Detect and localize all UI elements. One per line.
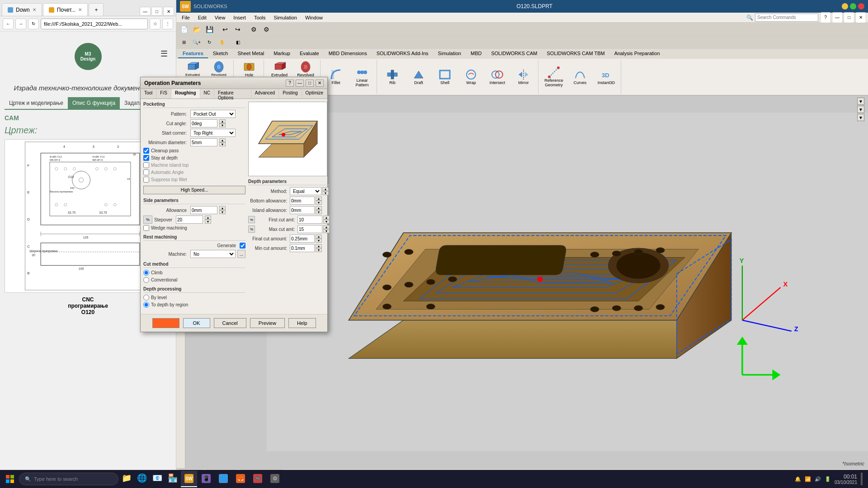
first-cut-input[interactable] <box>297 216 322 224</box>
method-select[interactable]: Equal <box>290 187 321 195</box>
stepover-input[interactable] <box>176 216 203 224</box>
dialog-cancel-btn[interactable]: Cancel <box>214 318 246 328</box>
browser-tab-2[interactable]: Почет... ✕ <box>43 3 88 16</box>
max-cut-down[interactable]: ▼ <box>323 229 330 233</box>
sw-maximize[interactable] <box>850 3 856 9</box>
suppress-fillet-check[interactable] <box>143 177 149 183</box>
sw-close-btn[interactable]: ✕ <box>855 12 866 23</box>
high-speed-btn[interactable]: High Speed... <box>143 186 245 194</box>
climb-radio[interactable] <box>143 270 149 276</box>
taskbar-game[interactable]: 🎮 <box>250 471 266 487</box>
taskbar-explorer[interactable]: 📁 <box>119 471 134 485</box>
tab-analysis[interactable]: Analysis Preparation <box>610 49 665 58</box>
show-desktop-btn[interactable] <box>861 473 863 485</box>
tab-sw-addins[interactable]: SOLIDWORKS Add-Ins <box>372 49 433 58</box>
tab-mbd[interactable]: MBD <box>466 49 486 58</box>
conventional-radio[interactable] <box>143 277 149 283</box>
max-cut-up[interactable]: ▲ <box>323 225 330 229</box>
tab-sheet-metal[interactable]: Sheet Metal <box>233 49 269 58</box>
back-btn[interactable]: ← <box>3 19 14 29</box>
allowance-down[interactable]: ▼ <box>219 210 226 214</box>
sw-restore-btn[interactable]: □ <box>844 12 854 23</box>
new-btn[interactable]: 📄 <box>178 23 190 35</box>
taskbar-viber[interactable]: 📱 <box>198 471 214 487</box>
bookmark-btn[interactable]: ☆ <box>150 19 160 29</box>
minimize-btn[interactable]: — <box>140 7 151 16</box>
nav-item-gfunc[interactable]: Опис G функција <box>68 97 120 109</box>
start-btn[interactable] <box>2 471 18 487</box>
final-cut-up[interactable]: ▲ <box>316 235 322 239</box>
cleanup-pass-check[interactable] <box>143 148 149 154</box>
machine-config-btn[interactable]: ... <box>237 250 245 258</box>
hamburger-btn[interactable]: ☰ <box>158 47 170 60</box>
btn-curves[interactable]: Curves <box>567 67 593 86</box>
close-btn[interactable]: ✕ <box>163 7 174 16</box>
zoom-in-btn[interactable]: 🔍+ <box>191 37 203 48</box>
sw-minimize[interactable] <box>842 3 848 9</box>
undo-btn[interactable]: ↩ <box>219 23 231 35</box>
view-ctrl-3[interactable]: ▼ <box>857 114 864 121</box>
tab-sketch[interactable]: Sketch <box>208 49 233 58</box>
display-style-btn[interactable]: ◧ <box>232 37 244 48</box>
taskbar-store[interactable]: 🏪 <box>165 471 180 485</box>
sw-minimize-btn[interactable]: — <box>832 12 843 23</box>
first-cut-up[interactable]: ▲ <box>323 216 330 220</box>
by-level-radio[interactable] <box>143 295 149 300</box>
refresh-btn[interactable]: ↻ <box>28 19 39 29</box>
taskbar-chrome[interactable]: 🌐 <box>215 471 231 487</box>
bottom-allow-down[interactable]: ▼ <box>316 201 322 205</box>
sw-help-btn[interactable]: ? <box>820 12 831 23</box>
dialog-tab-posting[interactable]: Posting <box>279 89 302 99</box>
final-cut-down[interactable]: ▼ <box>316 239 322 243</box>
wedge-check[interactable] <box>143 225 149 231</box>
rebuild-btn[interactable]: ⚙ <box>248 23 259 35</box>
tab-mbd-dim[interactable]: MBD Dimensions <box>324 49 372 58</box>
bottom-allow-up[interactable]: ▲ <box>316 197 322 201</box>
options-btn[interactable]: ⚙ <box>260 23 272 35</box>
cut-angle-up[interactable]: ▲ <box>219 119 226 123</box>
min-cut-down[interactable]: ▼ <box>316 248 322 252</box>
min-cut-up[interactable]: ▲ <box>316 244 322 248</box>
min-diameter-input[interactable] <box>190 138 217 146</box>
dialog-tab-tool[interactable]: Tool <box>141 89 156 99</box>
menu-insert[interactable]: Insert <box>230 14 250 21</box>
address-bar[interactable] <box>41 19 148 29</box>
tab1-close[interactable]: ✕ <box>33 7 36 12</box>
dialog-close-btn[interactable]: ✕ <box>316 80 324 87</box>
island-up[interactable]: ▲ <box>316 206 322 210</box>
cut-angle-input[interactable] <box>190 119 217 127</box>
view-ctrl-2[interactable]: ▼ <box>857 106 864 113</box>
stepover-up[interactable]: ▲ <box>205 216 211 220</box>
start-corner-select[interactable]: Top Right <box>190 129 236 137</box>
settings-btn[interactable]: ⋮ <box>162 19 173 29</box>
dialog-help-dialog-btn[interactable]: Help <box>288 318 316 328</box>
machine-island-check[interactable] <box>143 162 149 168</box>
taskbar-search[interactable]: 🔍 Type here to search <box>19 473 118 485</box>
nav-item-drawing[interactable]: Цртеж и моделирање <box>5 97 68 109</box>
dialog-tab-fs[interactable]: F/S <box>156 89 171 99</box>
dialog-preview-btn[interactable]: Preview <box>250 318 285 328</box>
redo-btn[interactable]: ↪ <box>232 23 244 35</box>
taskbar-edge[interactable]: 🌐 <box>135 471 149 485</box>
btn-instant3d[interactable]: 3D Instant3D <box>594 67 619 86</box>
view-ctrl-1[interactable]: ▼ <box>857 98 864 105</box>
stepover-down[interactable]: ▼ <box>205 220 211 224</box>
bottom-allowance-input[interactable] <box>290 197 315 205</box>
dialog-ok-btn[interactable]: OK <box>183 318 210 328</box>
btn-rib[interactable]: Rib <box>380 67 405 86</box>
max-cut-input[interactable] <box>297 225 322 233</box>
pan-btn[interactable]: ✋ <box>216 37 228 48</box>
btn-mirror[interactable]: Mirror <box>511 67 536 86</box>
dialog-color-btn[interactable] <box>152 318 179 328</box>
forward-btn[interactable]: → <box>15 19 26 29</box>
menu-file[interactable]: File <box>178 14 193 21</box>
min-diam-up[interactable]: ▲ <box>219 138 226 142</box>
min-cut-input[interactable] <box>290 244 315 252</box>
cut-angle-down[interactable]: ▼ <box>219 123 226 127</box>
dialog-tab-optimize[interactable]: Optimize <box>302 89 327 99</box>
save-btn[interactable]: 💾 <box>203 23 215 35</box>
tab-simulation[interactable]: Simulation <box>434 49 466 58</box>
tab-evaluate[interactable]: Evaluate <box>295 49 324 58</box>
island-down[interactable]: ▼ <box>316 210 322 214</box>
first-cut-pct[interactable]: % <box>248 216 255 223</box>
